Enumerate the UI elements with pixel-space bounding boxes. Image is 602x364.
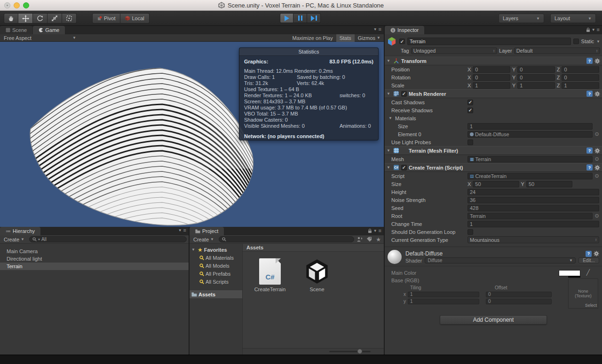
script-object-field[interactable]: ▤CreateTerrain: [467, 173, 593, 179]
mesh-object-field[interactable]: ▦Terrain: [467, 156, 593, 163]
local-toggle-button[interactable]: Local: [120, 13, 149, 23]
assets-root-folder[interactable]: Assets: [190, 290, 242, 298]
favorite-all-scripts[interactable]: All Scripts: [190, 278, 242, 286]
move-tool-button[interactable]: [18, 13, 33, 23]
object-picker-icon[interactable]: ⊙: [594, 131, 599, 137]
material-preview[interactable]: [388, 250, 402, 264]
script-enabled-checkbox[interactable]: [401, 165, 407, 170]
offset-y-field[interactable]: 0: [486, 299, 552, 304]
inspector-panel-menu[interactable]: ▼≡: [586, 27, 600, 32]
search-by-type-icon[interactable]: [357, 237, 363, 242]
game-panel-menu[interactable]: ▼≡: [373, 27, 381, 31]
gear-icon[interactable]: [594, 91, 600, 97]
rotation-z-field[interactable]: 0: [562, 74, 599, 81]
hierarchy-item-main-camera[interactable]: Main Camera: [0, 248, 189, 255]
maximize-on-play-button[interactable]: Maximize on Play: [289, 34, 336, 42]
foldout-arrow-icon[interactable]: ▼: [387, 59, 391, 63]
hierarchy-panel-menu[interactable]: ▼≡: [178, 228, 186, 232]
height-field[interactable]: 24: [467, 189, 599, 195]
materials-size-field[interactable]: 1: [467, 123, 593, 130]
active-checkbox[interactable]: [399, 39, 405, 44]
root-field[interactable]: Terrain: [467, 213, 593, 219]
step-button[interactable]: [307, 13, 321, 23]
hierarchy-create-button[interactable]: Create ▼: [2, 237, 26, 242]
gear-icon[interactable]: [594, 251, 599, 256]
rotation-x-field[interactable]: 0: [473, 74, 510, 81]
shader-dropdown[interactable]: Diffuse▼: [425, 257, 576, 263]
project-create-button[interactable]: Create ▼: [191, 237, 216, 242]
mesh-renderer-header[interactable]: ▼ Mesh Renderer ?: [385, 89, 602, 98]
foldout-arrow-icon[interactable]: ▼: [387, 92, 391, 96]
gear-icon[interactable]: [594, 165, 600, 170]
position-z-field[interactable]: 0: [562, 66, 599, 73]
favorite-all-prefabs[interactable]: All Prefabs: [190, 270, 242, 278]
play-button[interactable]: [280, 13, 293, 23]
favorite-star-icon[interactable]: ★: [376, 236, 381, 243]
asset-createterrain[interactable]: C# CreateTerrain: [253, 258, 287, 348]
project-panel-menu[interactable]: ▼≡: [368, 228, 381, 233]
rect-tool-button[interactable]: [62, 13, 77, 23]
generation-type-dropdown[interactable]: Mountainous↕: [467, 236, 599, 243]
hierarchy-item-directional-light[interactable]: Directional light: [0, 255, 189, 263]
base-texture-slot[interactable]: None (Texture) Select: [568, 279, 598, 309]
object-picker-icon[interactable]: ⊙: [594, 213, 599, 219]
aspect-dropdown[interactable]: Free Aspect ▼: [0, 34, 80, 42]
position-y-field[interactable]: 0: [517, 66, 555, 73]
receive-shadows-checkbox[interactable]: [467, 108, 473, 113]
foldout-arrow-icon[interactable]: ▼: [191, 248, 196, 252]
main-color-swatch[interactable]: [559, 270, 580, 276]
cast-shadows-checkbox[interactable]: [467, 100, 473, 105]
tab-game[interactable]: Game: [33, 26, 65, 34]
create-terrain-header[interactable]: ▼ C# Create Terrain (Script) ?: [385, 163, 602, 172]
pause-button[interactable]: [293, 13, 307, 23]
element0-object-field[interactable]: Default-Diffuse: [467, 131, 593, 138]
object-picker-icon[interactable]: ⊙: [594, 173, 599, 179]
shader-edit-button[interactable]: Edit...: [578, 257, 599, 263]
static-checkbox[interactable]: [573, 39, 579, 44]
tab-inspector[interactable]: i Inspector: [385, 26, 424, 34]
help-icon[interactable]: ?: [586, 164, 593, 170]
object-name-field[interactable]: Terrain: [407, 38, 571, 45]
mesh-renderer-enabled-checkbox[interactable]: [401, 91, 407, 97]
mesh-filter-header[interactable]: ▼ Terrain (Mesh Filter) ?: [385, 146, 602, 155]
titlebar[interactable]: Scene.unity - Voxel Terrain - PC, Mac & …: [0, 0, 602, 11]
layer-dropdown[interactable]: Default↕: [514, 47, 600, 54]
chevron-down-icon[interactable]: ▼: [596, 39, 600, 44]
gear-icon[interactable]: [594, 58, 600, 64]
seed-field[interactable]: 428: [467, 205, 599, 211]
rotate-tool-button[interactable]: [33, 13, 48, 23]
add-component-button[interactable]: Add Component: [440, 315, 547, 325]
close-button[interactable]: [4, 2, 10, 8]
hand-tool-button[interactable]: [4, 13, 18, 23]
texture-select-button[interactable]: Select: [585, 303, 597, 308]
tiling-y-field[interactable]: 1: [408, 299, 479, 304]
scale-z-field[interactable]: 1: [562, 82, 599, 89]
transform-header[interactable]: ▼ Transform ?: [385, 56, 602, 65]
favorite-all-models[interactable]: All Models: [190, 262, 242, 270]
offset-x-field[interactable]: 0: [486, 292, 552, 297]
game-view[interactable]: Statistics Graphics: 83.0 FPS (12.0ms) M…: [0, 42, 384, 227]
rotation-y-field[interactable]: 0: [517, 74, 555, 81]
help-icon[interactable]: ?: [586, 251, 592, 257]
asset-scene[interactable]: Scene: [300, 258, 334, 348]
stats-button[interactable]: Stats: [336, 34, 355, 42]
position-x-field[interactable]: 0: [473, 66, 510, 73]
size-x-field[interactable]: 50: [473, 181, 519, 187]
hierarchy-search-input[interactable]: ▼ All: [29, 236, 187, 242]
slider-knob[interactable]: [357, 349, 362, 354]
light-probes-checkbox[interactable]: [467, 139, 473, 145]
gear-icon[interactable]: [594, 148, 600, 154]
generation-loop-checkbox[interactable]: [467, 229, 473, 235]
search-by-label-icon[interactable]: [366, 237, 372, 242]
scale-tool-button[interactable]: [48, 13, 62, 23]
tab-project[interactable]: Project: [190, 227, 224, 235]
project-search-input[interactable]: [219, 236, 354, 242]
hierarchy-item-terrain[interactable]: Terrain: [0, 263, 189, 270]
layers-dropdown[interactable]: Layers ▼: [499, 14, 544, 23]
foldout-arrow-icon[interactable]: ▼: [388, 116, 393, 120]
help-icon[interactable]: ?: [586, 58, 593, 64]
layout-dropdown[interactable]: Layout ▼: [550, 14, 596, 23]
size-y-field[interactable]: 50: [526, 181, 572, 187]
change-time-field[interactable]: 1: [467, 221, 599, 227]
foldout-arrow-icon[interactable]: ▼: [387, 148, 391, 153]
